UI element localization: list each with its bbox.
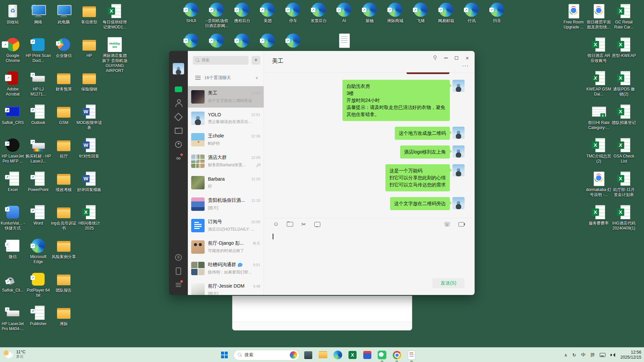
desktop-icon[interactable]: 洲际 (51, 305, 76, 326)
desktop-icon[interactable]: 回收站 (0, 3, 25, 25)
desktop-icon[interactable]: MOD权限申请表 (76, 104, 102, 130)
desktop-icon[interactable]: 每日值班经理记录MOD1... (102, 3, 127, 30)
taskbar-app-icon[interactable] (362, 349, 373, 361)
desktop-icon[interactable]: 抖音 (484, 2, 510, 23)
miniprogram-icon[interactable] (169, 250, 188, 264)
taskbar-app-icon[interactable] (332, 349, 343, 361)
desktop-icon[interactable]: 假日HI Rate Category-... (586, 104, 611, 130)
desktop-icon[interactable]: 前厅 (51, 137, 76, 159)
desktop-icon[interactable]: 服务费费率 (586, 204, 611, 226)
taskbar-app-icon[interactable] (347, 349, 358, 361)
notepad-body[interactable] (232, 296, 412, 322)
chat-list-item[interactable]: YOLO 12:51 禁止吸烟请勿在酒店任... (188, 108, 264, 129)
pinned-chats-header[interactable]: 16个置顶聊天 ∨ (188, 69, 264, 86)
files-icon[interactable] (169, 124, 188, 137)
desktop-icon[interactable]: 微信 (0, 238, 25, 259)
desktop-icon[interactable]: --贵阳机场假日酒店群网... (204, 2, 229, 28)
desktop-icon[interactable]: 飞猪 (408, 2, 433, 23)
desktop-icon[interactable]: 此电脑 (51, 3, 76, 25)
desktop-icon[interactable] (255, 33, 280, 49)
desktop-icon[interactable]: 好评回复模板 (76, 171, 102, 192)
sender-avatar[interactable] (452, 164, 465, 176)
desktop-icon[interactable]: Free Room Upgrade ... (561, 3, 586, 30)
desktop-icon[interactable]: 停车 (280, 2, 306, 23)
desktop-icon[interactable]: 团队报告 (51, 272, 76, 293)
desktop-icon[interactable]: 针对性回复 (76, 137, 102, 159)
desktop-icon[interactable]: Microsoft Edge (25, 238, 51, 264)
desktop-icon[interactable]: Google Chrome (0, 37, 25, 63)
desktop-icon[interactable]: 洲际商城 (382, 2, 408, 23)
desktop-icon[interactable]: GSM (51, 104, 76, 125)
desktop-icon[interactable]: Saflok_CRS (0, 104, 25, 125)
chat-list-item[interactable]: 订阅号 10:00 酒店日记HOTELDAILY: ... (188, 215, 264, 236)
tray-expand-icon[interactable]: ∧ (564, 353, 568, 358)
desktop-icon[interactable]: HP LJ M1271... (25, 70, 51, 97)
desktop-icon[interactable]: Outlook (25, 104, 51, 125)
desktop-icon[interactable]: SHIJI (178, 2, 204, 23)
desktop-icon[interactable]: ing会员培训证书 (51, 204, 76, 231)
desktop-icon[interactable]: 风险案例分享 (51, 238, 76, 259)
desktop-icon[interactable]: Adobe Acrobat (0, 70, 25, 97)
desktop-icon[interactable]: HP (76, 37, 102, 58)
desktop-icon[interactable]: HP LaserJet Pro M404-... (0, 305, 25, 331)
channels-icon[interactable] (169, 151, 188, 165)
desktop-icon[interactable] (280, 33, 306, 49)
chevron-down-icon[interactable]: ∨ (255, 75, 258, 80)
sender-avatar[interactable] (452, 145, 465, 158)
phone-link-icon[interactable] (169, 264, 188, 278)
desktop-icon[interactable]: PotPlayer 64 bit (25, 272, 51, 298)
chat-list-item[interactable]: 王chole 12:36 帕萨特 (188, 129, 264, 150)
desktop-icon[interactable]: Saflok_Cli... (0, 272, 25, 293)
desktop-icon[interactable]: 财务预算 (51, 70, 76, 92)
chat-list-item[interactable]: 前厅-Django 彭... 昨天 可能发的时候点错了 (188, 236, 264, 258)
desktop-icon[interactable]: 团队招募登记 (611, 104, 637, 125)
desktop-icon[interactable]: 付讯 (459, 2, 484, 23)
minimize-button[interactable] (440, 54, 451, 62)
taskbar-app-icon[interactable] (303, 349, 314, 361)
desktop-icon[interactable]: dormakaba 灯号说明 -... (586, 171, 611, 197)
user-avatar[interactable] (173, 63, 184, 74)
clock[interactable]: 12:56 2025/12/15 (620, 350, 641, 360)
pin-window-button[interactable] (430, 54, 440, 62)
desktop-icon[interactable]: 房型-KWEAP (611, 37, 637, 58)
chat-list-item[interactable]: 前厅-Jessie DOM 9:48 [图片] (188, 279, 264, 295)
voice-call-icon[interactable]: ☏ (444, 221, 450, 228)
desktop-icon[interactable]: 保险报销 (76, 70, 102, 92)
desktop-icon[interactable]: HB问卷统计 2025 (76, 204, 102, 231)
touch-keyboard-icon[interactable] (600, 353, 605, 357)
chat-list-item[interactable]: Barbara 11:20 好 (188, 172, 264, 193)
desktop-icon[interactable]: 网易邮箱 (433, 2, 459, 23)
desktop-icon[interactable]: 携程后台 (229, 2, 255, 23)
desktop-icon[interactable] (229, 33, 255, 49)
desktop-icon[interactable]: KWEAP GSM Dai... (586, 70, 611, 97)
weather-widget[interactable]: 11°C 多云 (3, 349, 25, 359)
desktop-icon[interactable]: 前厅部-11月资金计划表 (611, 171, 637, 197)
desktop-icon[interactable]: GSA Check List (611, 137, 637, 164)
desktop-icon[interactable]: 洲际酒店集团旗下 贵阳机场 GUIYANG AIRPORT (102, 37, 127, 73)
taskbar-app-icon[interactable] (376, 349, 388, 361)
desktop-icon[interactable] (331, 33, 357, 49)
emoji-icon[interactable]: ☺ (273, 221, 279, 228)
desktop-icon[interactable]: IHG酒店代码 20240409(1) (611, 204, 637, 231)
chat-list-item[interactable]: 贵阳机场假日酒... 11:10 [图片] (188, 193, 264, 215)
desktop-icon[interactable]: 通联POS 撤销(2) (611, 70, 637, 97)
contacts-tab-icon[interactable] (169, 96, 188, 110)
sender-avatar[interactable] (452, 80, 465, 92)
desktop-icon[interactable]: KunlunVat... - 快捷方式 (0, 204, 25, 231)
taskbar-app-icon[interactable] (317, 349, 329, 361)
message-input[interactable] (264, 230, 475, 277)
desktop-icon[interactable]: AI (331, 2, 357, 23)
desktop-icon[interactable] (178, 33, 204, 49)
desktop-icon[interactable]: TMC介绍总页(2) (586, 137, 611, 164)
chat-list-item[interactable]: 吐槽码沟通群 9:51 陈伟明：如果要我们帮... (188, 258, 264, 279)
sender-avatar[interactable] (452, 197, 465, 209)
notepad-window[interactable] (232, 296, 412, 330)
desktop-icon[interactable]: Publisher (25, 305, 51, 326)
desktop-icon[interactable]: 购买耗材 - HP LaserJ... (25, 137, 51, 164)
send-file-icon[interactable] (286, 221, 293, 228)
desktop-icon[interactable]: 客信类型 (76, 3, 102, 25)
desktop-icon[interactable]: HP Print Scan Doct... (25, 37, 51, 63)
moments-icon[interactable] (169, 137, 188, 151)
desktop-icon[interactable]: 企业微信 (51, 37, 76, 58)
favorites-icon[interactable] (169, 110, 188, 124)
